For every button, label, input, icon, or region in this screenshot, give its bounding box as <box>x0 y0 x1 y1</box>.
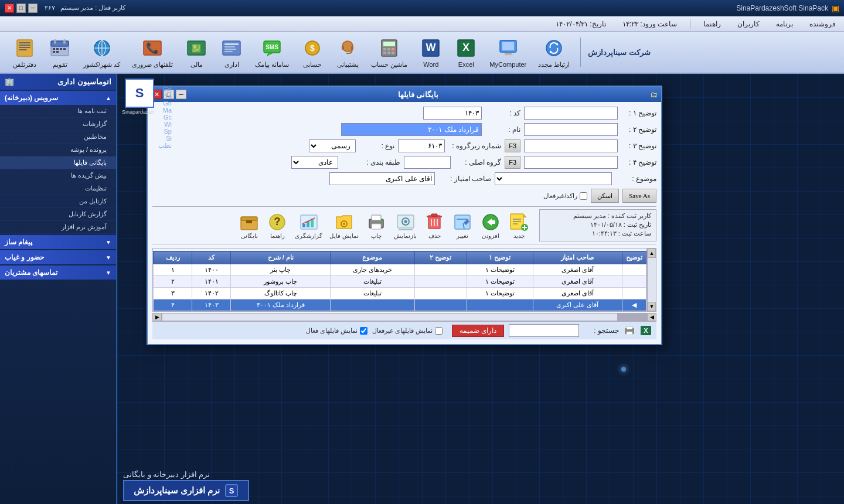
note2-input[interactable] <box>524 123 618 136</box>
guide-button[interactable]: ? راهنما <box>264 210 291 241</box>
menu-program[interactable]: برنامه <box>772 19 797 29</box>
report-button[interactable]: گزارشگری <box>292 210 325 241</box>
add-button[interactable]: افزودن <box>477 210 504 241</box>
cell-subject <box>331 299 414 311</box>
show-inactive-label[interactable]: نمایش فایلهای غیرفعال <box>372 327 443 335</box>
sidebar-item-contacts[interactable]: مخاطبین <box>0 131 116 144</box>
sidebar-item-kartabl[interactable]: کارتابل من <box>0 195 116 208</box>
menu-users[interactable]: کاربران <box>734 19 763 29</box>
note1-input[interactable] <box>524 107 618 120</box>
sidebar-item-folder[interactable]: پرونده / پوشه <box>0 144 116 156</box>
toolbar-excel[interactable]: X Excel <box>451 35 481 69</box>
dialog-minimize-button[interactable]: ─ <box>176 90 186 99</box>
scan-button[interactable]: اسکن <box>591 189 619 203</box>
scroll-left-btn[interactable]: ◀ <box>647 313 656 321</box>
section-customers[interactable]: ▼ تماسهای مشتریان <box>0 265 116 280</box>
section-attendance[interactable]: ▼ حضور و غیاب <box>0 250 116 264</box>
section-messenger[interactable]: ▼ پیغام ساز <box>0 235 116 249</box>
hscrollbar[interactable] <box>162 313 647 321</box>
toolbar-calculator[interactable]: ماشین حساب <box>367 35 411 70</box>
sidebar-item-settings[interactable]: تنظیمات <box>0 182 116 195</box>
preview-button[interactable]: بازنمایش <box>391 210 420 241</box>
show-active-label[interactable]: نمایش فایلهای فعال <box>306 327 367 335</box>
has-attachment-button[interactable]: دارای ضمیمه <box>452 325 504 337</box>
f3-btn2[interactable]: F3 <box>505 139 520 152</box>
toolbar-admin[interactable]: اداری <box>216 35 247 70</box>
toolbar-refresh[interactable]: ارتباط مجدد <box>535 35 573 70</box>
calendar-icon <box>48 36 72 60</box>
toolbar-support[interactable]: پشتیبانی <box>332 35 363 70</box>
inactive-checkbox[interactable] <box>580 192 587 200</box>
edit-button[interactable]: تغییر <box>449 210 476 241</box>
table-wrapper[interactable]: توضیح صاحب امتیاز توضیح ۱ توضیح ۲ موضوع … <box>152 248 647 312</box>
table-row[interactable]: آقای اصغری توضیحات ۱ تبلیغات چاپ بروشور … <box>154 276 646 288</box>
svg-text:S: S <box>229 486 234 495</box>
minimize-button[interactable]: ─ <box>28 4 38 13</box>
owner-input[interactable] <box>329 172 435 185</box>
type-select[interactable]: رسمی غیر رسمی <box>309 139 356 152</box>
toolbar-word[interactable]: W Word <box>416 35 446 69</box>
inactive-checkbox-label[interactable]: راکد/غیرفعال <box>543 192 587 200</box>
subgroup-input[interactable] <box>398 139 445 152</box>
finance-label: مالی <box>190 61 203 69</box>
toolbar-sms[interactable]: SMS سامانه پیامک <box>251 35 292 70</box>
cell-extra <box>622 264 646 276</box>
svg-rect-41 <box>53 48 55 50</box>
toolbar-phonebook[interactable]: دفترتلفن <box>9 35 40 70</box>
search-label: جستجو : <box>584 326 619 335</box>
panel-header: اتوماسیون اداری 🏢 <box>0 74 116 90</box>
sidebar-item-reports[interactable]: گزارشات <box>0 118 116 131</box>
print-button[interactable]: چاپ <box>363 210 390 241</box>
sidebar-item-letters[interactable]: ثبت نامه ها <box>0 105 116 118</box>
print-icon <box>366 212 387 232</box>
section-service[interactable]: ▲ سرویس (دبیرخانه) <box>0 91 116 105</box>
close-button[interactable]: ✕ <box>5 4 14 13</box>
note4-label: توضیح ۴ : <box>621 158 656 166</box>
delete-button[interactable]: حذف <box>421 210 448 241</box>
scroll-right-btn[interactable]: ▶ <box>152 313 162 321</box>
name-input[interactable] <box>341 123 482 136</box>
table-row-selected[interactable]: ◀ آقای علی اکبری قرارداد ملک ۳۰۰۱ ۱۴۰۳ ۴ <box>154 299 646 311</box>
new-button[interactable]: جدید <box>505 210 532 241</box>
maingroup-label: گروه اصلی : <box>454 158 501 166</box>
svg-rect-18 <box>342 46 344 50</box>
toolbar-citycode[interactable]: کد شهر/کشور <box>80 35 124 70</box>
code-input[interactable] <box>423 107 482 120</box>
table-row[interactable]: آقای اصغری توضیحات ۱ تبلیغات چاپ کاتالوگ… <box>154 288 646 299</box>
toolbar-finance[interactable]: 💹 مالی <box>181 35 212 70</box>
svg-text:📞: 📞 <box>146 42 159 55</box>
saveas-button[interactable]: Save As <box>622 189 656 203</box>
search-input[interactable] <box>509 324 579 337</box>
subject-select[interactable] <box>495 172 612 185</box>
cell-subject: تبلیغات <box>331 276 414 288</box>
left-scrollbar[interactable]: ▲ ▼ <box>647 248 656 312</box>
toolbar-cash[interactable]: $ حسابی <box>297 35 328 70</box>
table-row[interactable]: آقای اصغری توضیحات ۱ خریدهای جاری چاپ بن… <box>154 264 646 276</box>
sidebar-item-favorites[interactable]: پیش گزیده ها <box>0 169 116 182</box>
note4-input[interactable] <box>524 156 618 169</box>
excel-export[interactable]: X <box>640 325 652 336</box>
print-list-icon[interactable] <box>624 325 635 336</box>
menu-help[interactable]: راهنما <box>700 19 724 29</box>
maximize-button[interactable]: □ <box>16 4 26 13</box>
f3-btn1[interactable]: F3 <box>505 156 520 169</box>
show-active-checkbox[interactable] <box>360 327 367 335</box>
showfile-button[interactable]: نمایش فایل <box>326 210 362 241</box>
menu-vendor[interactable]: فروشنده <box>806 19 839 29</box>
toolbar-calendar[interactable]: تقویم <box>45 35 75 70</box>
maingroup-input[interactable] <box>404 156 451 169</box>
toolbar-mycomputer[interactable]: MyComputer <box>486 35 530 69</box>
cell-note2 <box>414 299 467 311</box>
show-inactive-checkbox[interactable] <box>435 327 443 335</box>
user-info: کاربر فعال : مدیر سیستم ۲۶۷ <box>45 4 125 12</box>
sidebar-item-archive[interactable]: بایگانی فایلها <box>0 156 116 169</box>
section-arrow-customers: ▼ <box>106 270 111 276</box>
svg-rect-12 <box>387 48 390 50</box>
note3-input[interactable] <box>524 139 618 152</box>
archive-button[interactable]: بایگانی <box>236 210 263 241</box>
classification-select[interactable]: عادی محرمانه <box>291 156 338 169</box>
svg-rect-39 <box>54 39 56 44</box>
sidebar-item-kartabl-report[interactable]: گزارش کارتابل <box>0 208 116 221</box>
sidebar-item-training[interactable]: آموزش نرم افزار <box>0 221 116 234</box>
toolbar-phone[interactable]: 📞 تلفنهای ضروری <box>128 35 176 70</box>
